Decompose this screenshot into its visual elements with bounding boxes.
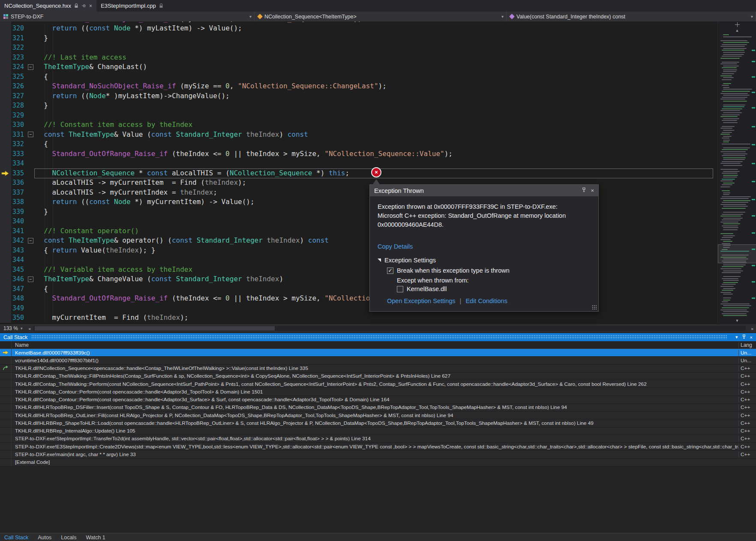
callstack-titlebar[interactable]: Call Stack ▾ × — [0, 333, 756, 341]
pin-icon[interactable] — [582, 187, 586, 194]
pin-icon[interactable] — [81, 3, 86, 8]
fold-collapse-icon[interactable]: − — [28, 238, 33, 243]
editor-zoom-select[interactable]: 133 % ▾ — [0, 324, 26, 333]
tab-locals[interactable]: Locals — [61, 535, 76, 541]
breakpoint-gutter[interactable] — [0, 62, 11, 72]
fold-collapse-icon[interactable]: − — [28, 64, 33, 70]
breakpoint-gutter[interactable] — [0, 226, 11, 236]
column-name[interactable]: Name — [12, 342, 738, 348]
close-icon[interactable]: × — [89, 3, 92, 9]
breakpoint-gutter[interactable] — [0, 236, 11, 246]
minimap-viewport[interactable] — [718, 244, 756, 263]
current-statement-arrow-icon[interactable] — [0, 168, 11, 178]
breakpoint-gutter[interactable] — [0, 91, 11, 101]
code-line[interactable]: 333 Standard_OutOfRange_Raise_if (theInd… — [0, 149, 756, 159]
edit-conditions-link[interactable]: Edit Conditions — [465, 298, 507, 304]
resize-grip[interactable] — [592, 305, 597, 310]
breakpoint-gutter[interactable] — [0, 24, 11, 33]
breakpoint-gutter[interactable] — [0, 43, 11, 53]
callstack-row[interactable]: TKHLR.dll!Contap_TheIWalking::FillPntsIn… — [0, 373, 756, 380]
callstack-row[interactable]: vcruntime140d.dll!00007fff8307bbf1()Un..… — [0, 357, 756, 364]
breakpoint-gutter[interactable] — [0, 120, 11, 130]
breakpoint-gutter[interactable] — [0, 246, 11, 255]
method-dropdown[interactable]: Value(const Standard_Integer theIndex) c… — [507, 12, 756, 21]
code-line[interactable]: 327 return ((Node* )myLastItem)->ChangeV… — [0, 91, 756, 101]
breakpoint-gutter[interactable] — [0, 101, 11, 111]
breakpoint-gutter[interactable] — [0, 130, 11, 140]
tab-watch-1[interactable]: Watch 1 — [86, 535, 105, 541]
callstack-row[interactable]: STEP-to-DXF.exe!main(int argc, char * * … — [0, 451, 756, 458]
code-line[interactable]: 323 //! Last item access — [0, 53, 756, 63]
scroll-down-icon[interactable]: ▼ — [718, 319, 756, 323]
breakpoint-gutter[interactable] — [0, 159, 11, 168]
horizontal-scrollbar-thumb[interactable] — [35, 326, 275, 331]
breakpoint-gutter[interactable] — [0, 178, 11, 188]
breakpoint-gutter[interactable] — [0, 81, 11, 91]
tab-call-stack[interactable]: Call Stack — [4, 535, 28, 541]
code-line[interactable]: 326 Standard_NoSuchObject_Raise_if (mySi… — [0, 81, 756, 91]
exception-error-icon[interactable]: × — [371, 167, 381, 177]
breakpoint-gutter[interactable] — [0, 53, 11, 63]
callstack-row[interactable]: TKHLR.dll!HLRBRep_InternalAlgo::Update()… — [0, 427, 756, 435]
pin-icon[interactable] — [742, 334, 746, 340]
fold-collapse-icon[interactable]: − — [28, 132, 33, 137]
callstack-row[interactable]: KernelBase.dll!00007fff933ff39c()Un... — [0, 349, 756, 357]
breakpoint-gutter[interactable] — [0, 294, 11, 304]
minimap-scrollbar[interactable]: ▲ ▼ — [717, 21, 756, 324]
breakpoint-gutter[interactable] — [0, 304, 11, 313]
expander-icon[interactable] — [378, 258, 381, 262]
breakpoint-gutter[interactable] — [0, 197, 11, 207]
callstack-row[interactable]: TKHLR.dll!Contap_TheIWalking::Perform(co… — [0, 380, 756, 388]
callstack-row[interactable]: TKHLR.dll!NCollection_Sequence<opencasca… — [0, 365, 756, 373]
breakpoint-gutter[interactable] — [0, 207, 11, 217]
breakpoint-gutter[interactable] — [0, 255, 11, 265]
code-line[interactable]: 332 { — [0, 139, 756, 149]
code-line[interactable]: 334 — [0, 159, 756, 168]
break-checkbox[interactable]: ✓ — [387, 267, 393, 274]
class-dropdown[interactable]: NCollection_Sequence<TheItemType> ▾ — [255, 12, 507, 21]
breakpoint-gutter[interactable] — [0, 265, 11, 275]
code-line[interactable]: 322 — [0, 43, 756, 53]
code-line[interactable]: 324− TheItemType& ChangeLast() — [0, 62, 756, 72]
callstack-row[interactable]: TKHLR.dll!HLRTopoBRep_DSFiller::Insert(c… — [0, 404, 756, 412]
breakpoint-gutter[interactable] — [0, 139, 11, 149]
copy-details-link[interactable]: Copy Details — [378, 243, 413, 250]
tab-e3stepimportimpl-cpp[interactable]: E3StepImportImpl.cpp — [96, 0, 168, 12]
horizontal-scrollbar[interactable] — [33, 326, 746, 331]
code-line[interactable]: 330 //! Constant item access by theIndex — [0, 120, 756, 130]
callstack-row[interactable]: TKHLR.dll!Contap_Contour::Perform(const … — [0, 388, 756, 396]
callstack-row[interactable]: [External Code] — [0, 459, 756, 466]
scroll-up-icon[interactable]: ▲ — [718, 28, 756, 33]
breakpoint-gutter[interactable] — [0, 188, 11, 198]
callstack-row[interactable]: TKHLR.dll!Contap_Contour::Perform(const … — [0, 396, 756, 404]
code-line[interactable]: 321 } — [0, 33, 756, 43]
fold-collapse-icon[interactable]: − — [28, 277, 33, 282]
breakpoint-gutter[interactable] — [0, 313, 11, 323]
breakpoint-gutter[interactable] — [0, 72, 11, 82]
open-exception-settings-link[interactable]: Open Exception Settings — [387, 298, 456, 304]
column-lang[interactable]: Lang — [738, 342, 756, 348]
scroll-left-icon[interactable]: ◂ — [26, 326, 33, 331]
close-icon[interactable]: × — [750, 335, 753, 340]
code-line[interactable]: 328 } — [0, 101, 756, 111]
breakpoint-gutter[interactable] — [0, 284, 11, 294]
callstack-row[interactable]: STEP-to-DXF.exe!StepImportImpl::Transfer… — [0, 435, 756, 443]
splitter-handle-icon[interactable] — [735, 22, 740, 27]
window-position-icon[interactable]: ▾ — [735, 334, 738, 340]
tab-autos[interactable]: Autos — [38, 535, 51, 541]
breakpoint-gutter[interactable] — [0, 149, 11, 159]
code-line[interactable]: 350 myCurrentItem = Find (theIndex); — [0, 313, 756, 323]
project-dropdown[interactable]: STEP-to-DXF ▾ — [0, 12, 255, 21]
breakpoint-gutter[interactable] — [0, 274, 11, 284]
breakpoint-gutter[interactable] — [0, 33, 11, 43]
code-line[interactable]: 331− const TheItemType& Value (const Sta… — [0, 130, 756, 140]
breakpoint-gutter[interactable] — [0, 111, 11, 120]
callstack-row[interactable]: STEP-to-DXF.exe!E3StepImportImpl::Create… — [0, 443, 756, 451]
close-icon[interactable]: × — [591, 187, 594, 194]
scroll-right-icon[interactable]: ▸ — [749, 326, 756, 331]
breakpoint-gutter[interactable] — [0, 216, 11, 226]
code-line[interactable]: 329 — [0, 111, 756, 120]
callstack-row[interactable]: TKHLR.dll!HLRBRep_ShapeToHLR::Load(const… — [0, 419, 756, 427]
code-line[interactable]: 325 { — [0, 72, 756, 82]
code-line[interactable]: 320 return ((const Node *) myLastItem) -… — [0, 24, 756, 33]
